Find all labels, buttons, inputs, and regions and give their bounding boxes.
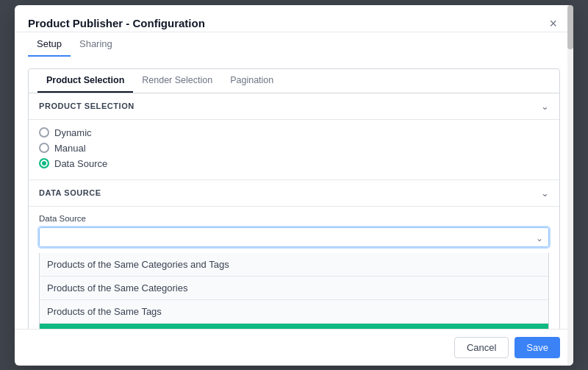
radio-data-source-label: Data Source	[54, 158, 107, 169]
data-source-section-header[interactable]: DATA SOURCE ⌄	[29, 180, 559, 207]
data-source-section: DATA SOURCE ⌄ Data Source ⌄	[29, 180, 559, 329]
product-selection-chevron-icon: ⌄	[541, 101, 549, 112]
scrollbar-thumb[interactable]	[567, 5, 573, 49]
data-source-label-text: Data Source	[39, 214, 86, 223]
dropdown-item-3[interactable]: Products Ending in the Same Word	[40, 324, 548, 329]
config-tab-render-selection[interactable]: Render Selection	[133, 69, 221, 93]
product-selection-section-header[interactable]: PRODUCT SELECTION ⌄	[29, 93, 559, 120]
config-panel: Product Selection Render Selection Pagin…	[28, 68, 560, 329]
radio-manual-circle	[39, 143, 49, 153]
dropdown-item-2[interactable]: Products of the Same Tags	[40, 300, 548, 323]
tab-setup[interactable]: Setup	[28, 32, 71, 57]
radio-dynamic-label: Dynamic	[54, 127, 92, 138]
radio-dynamic[interactable]: Dynamic	[39, 127, 549, 138]
close-button[interactable]: ×	[546, 15, 560, 32]
configuration-modal: Product Publisher - Configuration × Setu…	[15, 5, 573, 366]
data-source-field-label: Data Source ⌄	[29, 207, 559, 253]
modal-body: Product Selection Render Selection Pagin…	[15, 57, 573, 329]
dropdown-list: Products of the Same Categories and Tags…	[39, 253, 549, 329]
radio-manual[interactable]: Manual	[39, 143, 549, 154]
data-source-section-title: DATA SOURCE	[39, 188, 101, 197]
product-selection-title: PRODUCT SELECTION	[39, 102, 135, 110]
radio-data-source[interactable]: Data Source	[39, 158, 549, 169]
radio-manual-label: Manual	[54, 143, 86, 154]
modal-tabs: Setup Sharing	[15, 32, 573, 57]
radio-data-source-circle	[39, 158, 49, 168]
radio-group: Dynamic Manual Data Source	[29, 120, 559, 180]
modal-header: Product Publisher - Configuration ×	[15, 5, 573, 32]
config-tab-product-selection[interactable]: Product Selection	[37, 69, 133, 93]
dropdown-item-0[interactable]: Products of the Same Categories and Tags	[40, 253, 548, 276]
save-button[interactable]: Save	[514, 337, 560, 358]
data-source-select[interactable]	[39, 227, 549, 247]
tab-sharing[interactable]: Sharing	[71, 32, 121, 57]
cancel-button[interactable]: Cancel	[454, 337, 509, 358]
data-source-chevron-icon: ⌄	[541, 188, 549, 199]
modal-footer: Cancel Save	[15, 329, 573, 366]
data-source-select-wrapper: ⌄	[29, 224, 559, 253]
radio-dynamic-circle	[39, 127, 49, 138]
config-tab-pagination[interactable]: Pagination	[221, 69, 282, 93]
dropdown-item-1[interactable]: Products of the Same Categories	[40, 277, 548, 299]
config-tabs: Product Selection Render Selection Pagin…	[29, 69, 559, 93]
scrollbar-track	[567, 5, 573, 366]
modal-title: Product Publisher - Configuration	[28, 17, 205, 29]
